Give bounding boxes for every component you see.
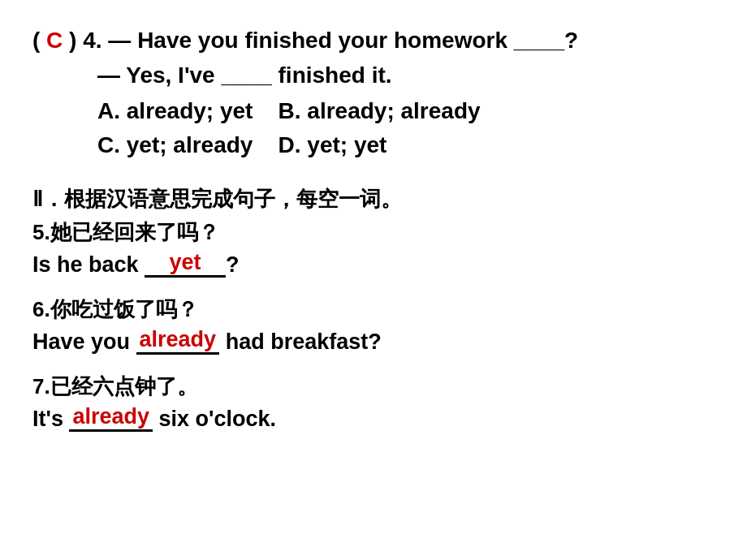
- q4-option-c: C. yet; already: [97, 132, 253, 157]
- q4-line1: ( C ) 4. — Have you finished your homewo…: [32, 24, 715, 56]
- q7-num: 7.: [32, 374, 50, 398]
- paren-open: (: [32, 28, 46, 53]
- q5-chinese: 她已经回来了吗？: [50, 220, 219, 244]
- section-ii-label: Ⅱ．根据汉语意思完成句子，每空一词。: [32, 185, 715, 213]
- q4-answer: C: [46, 28, 63, 53]
- q6-answer: already: [140, 327, 217, 351]
- q4-options: A. already; yet B. already; already C. y…: [32, 94, 715, 162]
- q4-option-b: B. already; already: [279, 98, 481, 123]
- q7-answer: already: [72, 404, 149, 429]
- q4-option-a: A. already; yet: [97, 98, 253, 123]
- q6-blank: already: [136, 327, 220, 355]
- question-7-block: 7.已经六点钟了。 It's already six o'clock.: [32, 373, 715, 432]
- paren-close: ): [63, 28, 76, 53]
- q5-num: 5.: [32, 220, 50, 244]
- q4-line1-text: 4. — Have you finished your homework ___…: [76, 28, 578, 53]
- question-6-block: 6.你吃过饭了吗？ Have you already had breakfast…: [32, 295, 715, 355]
- q4-option-d: D. yet; yet: [279, 132, 387, 157]
- q4-line2-text: — Yes, I've ____ finished it.: [97, 62, 392, 88]
- q7-blank: already: [69, 404, 153, 432]
- q5-post: ?: [226, 252, 240, 277]
- q4-line2: — Yes, I've ____ finished it.: [32, 59, 715, 91]
- q7-header: 7.已经六点钟了。: [32, 373, 715, 401]
- q6-chinese: 你吃过饭了吗？: [50, 297, 198, 321]
- q5-pre: Is he back: [32, 252, 145, 277]
- q7-post: six o'clock.: [153, 407, 276, 431]
- q6-header: 6.你吃过饭了吗？: [32, 295, 715, 324]
- main-page: ( C ) 4. — Have you finished your homewo…: [0, 0, 747, 560]
- q7-english: It's already six o'clock.: [32, 404, 715, 432]
- question-4-block: ( C ) 4. — Have you finished your homewo…: [32, 24, 715, 162]
- q7-chinese: 已经六点钟了。: [50, 374, 198, 398]
- q5-blank: yet: [145, 250, 226, 278]
- q5-header: 5.她已经回来了吗？: [32, 218, 715, 247]
- q6-post: had breakfast?: [219, 330, 382, 354]
- q6-pre: Have you: [32, 330, 136, 354]
- q7-pre: It's: [32, 407, 69, 431]
- question-5-block: 5.她已经回来了吗？ Is he back yet?: [32, 218, 715, 278]
- q5-english: Is he back yet?: [32, 250, 715, 278]
- q5-answer: yet: [170, 250, 201, 274]
- q6-english: Have you already had breakfast?: [32, 327, 715, 355]
- section-ii-block: Ⅱ．根据汉语意思完成句子，每空一词。 5.她已经回来了吗？ Is he back…: [32, 185, 715, 432]
- q6-num: 6.: [32, 297, 50, 321]
